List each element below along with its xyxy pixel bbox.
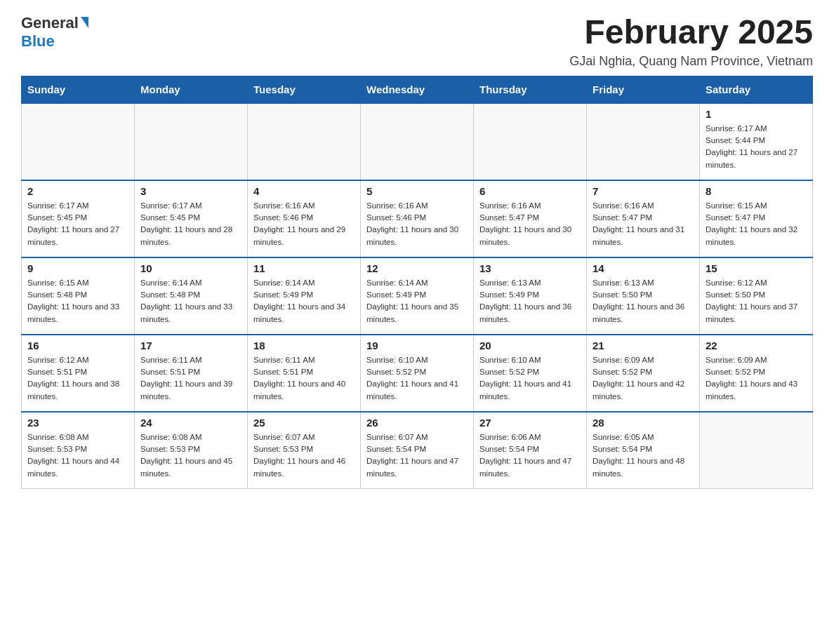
day-number: 7 <box>593 185 694 197</box>
calendar-cell: 24Sunrise: 6:08 AMSunset: 5:53 PMDayligh… <box>135 412 248 489</box>
calendar-cell: 9Sunrise: 6:15 AMSunset: 5:48 PMDaylight… <box>22 257 135 335</box>
calendar-cell <box>361 103 474 180</box>
day-number: 14 <box>593 262 694 274</box>
day-number: 8 <box>706 185 807 197</box>
calendar-cell <box>22 103 135 180</box>
day-info: Sunrise: 6:07 AMSunset: 5:53 PMDaylight:… <box>253 431 355 480</box>
logo-triangle-icon <box>81 17 88 28</box>
calendar-cell <box>587 103 700 180</box>
day-number: 10 <box>140 262 241 274</box>
day-number: 26 <box>366 417 468 429</box>
day-info: Sunrise: 6:11 AMSunset: 5:51 PMDaylight:… <box>253 354 355 403</box>
day-info: Sunrise: 6:17 AMSunset: 5:45 PMDaylight:… <box>27 200 128 248</box>
day-number: 11 <box>253 262 355 274</box>
calendar-cell: 12Sunrise: 6:14 AMSunset: 5:49 PMDayligh… <box>361 257 474 335</box>
day-info: Sunrise: 6:17 AMSunset: 5:45 PMDaylight:… <box>140 200 241 248</box>
calendar-cell <box>700 412 813 489</box>
weekday-header-friday: Friday <box>587 76 700 103</box>
day-info: Sunrise: 6:14 AMSunset: 5:48 PMDaylight:… <box>140 277 241 326</box>
calendar-cell <box>135 103 248 180</box>
weekday-header-tuesday: Tuesday <box>248 76 361 103</box>
day-number: 28 <box>593 417 694 429</box>
day-number: 22 <box>706 340 807 351</box>
day-info: Sunrise: 6:13 AMSunset: 5:49 PMDaylight:… <box>479 277 581 326</box>
day-number: 21 <box>593 340 694 351</box>
location-text: GJai Nghia, Quang Nam Province, Vietnam <box>569 54 813 69</box>
weekday-header-wednesday: Wednesday <box>361 76 474 103</box>
logo: General Blue <box>21 14 88 51</box>
calendar-cell: 16Sunrise: 6:12 AMSunset: 5:51 PMDayligh… <box>22 335 135 412</box>
logo-general-text: General <box>21 14 79 32</box>
day-number: 5 <box>366 185 468 197</box>
day-info: Sunrise: 6:16 AMSunset: 5:46 PMDaylight:… <box>253 200 355 248</box>
day-number: 16 <box>27 340 128 351</box>
day-info: Sunrise: 6:13 AMSunset: 5:50 PMDaylight:… <box>593 277 694 326</box>
calendar-cell: 20Sunrise: 6:10 AMSunset: 5:52 PMDayligh… <box>474 335 587 412</box>
calendar-cell: 1Sunrise: 6:17 AMSunset: 5:44 PMDaylight… <box>700 103 813 180</box>
day-info: Sunrise: 6:16 AMSunset: 5:47 PMDaylight:… <box>593 200 694 248</box>
week-row-3: 9Sunrise: 6:15 AMSunset: 5:48 PMDaylight… <box>22 257 813 335</box>
day-number: 13 <box>479 262 581 274</box>
day-number: 20 <box>479 340 581 351</box>
calendar-cell: 6Sunrise: 6:16 AMSunset: 5:47 PMDaylight… <box>474 180 587 257</box>
calendar-cell: 19Sunrise: 6:10 AMSunset: 5:52 PMDayligh… <box>361 335 474 412</box>
logo-blue-text: Blue <box>21 32 55 51</box>
calendar-cell: 17Sunrise: 6:11 AMSunset: 5:51 PMDayligh… <box>135 335 248 412</box>
day-info: Sunrise: 6:08 AMSunset: 5:53 PMDaylight:… <box>140 431 241 480</box>
week-row-2: 2Sunrise: 6:17 AMSunset: 5:45 PMDaylight… <box>22 180 813 257</box>
day-number: 23 <box>27 417 128 429</box>
calendar-cell: 26Sunrise: 6:07 AMSunset: 5:54 PMDayligh… <box>361 412 474 489</box>
title-block: February 2025 GJai Nghia, Quang Nam Prov… <box>569 14 813 69</box>
calendar-cell: 11Sunrise: 6:14 AMSunset: 5:49 PMDayligh… <box>248 257 361 335</box>
day-info: Sunrise: 6:17 AMSunset: 5:44 PMDaylight:… <box>706 123 807 171</box>
calendar-table: SundayMondayTuesdayWednesdayThursdayFrid… <box>21 76 813 490</box>
week-row-1: 1Sunrise: 6:17 AMSunset: 5:44 PMDaylight… <box>22 103 813 180</box>
day-info: Sunrise: 6:16 AMSunset: 5:46 PMDaylight:… <box>366 200 468 248</box>
calendar-cell: 7Sunrise: 6:16 AMSunset: 5:47 PMDaylight… <box>587 180 700 257</box>
calendar-cell: 8Sunrise: 6:15 AMSunset: 5:47 PMDaylight… <box>700 180 813 257</box>
page-header: General Blue February 2025 GJai Nghia, Q… <box>21 14 813 69</box>
calendar-cell: 3Sunrise: 6:17 AMSunset: 5:45 PMDaylight… <box>135 180 248 257</box>
day-number: 15 <box>706 262 807 274</box>
weekday-header-saturday: Saturday <box>700 76 813 103</box>
weekday-header-thursday: Thursday <box>474 76 587 103</box>
calendar-cell: 18Sunrise: 6:11 AMSunset: 5:51 PMDayligh… <box>248 335 361 412</box>
calendar-cell: 22Sunrise: 6:09 AMSunset: 5:52 PMDayligh… <box>700 335 813 412</box>
day-number: 12 <box>366 262 468 274</box>
day-info: Sunrise: 6:12 AMSunset: 5:51 PMDaylight:… <box>27 354 128 403</box>
week-row-4: 16Sunrise: 6:12 AMSunset: 5:51 PMDayligh… <box>22 335 813 412</box>
day-number: 18 <box>253 340 355 351</box>
day-number: 4 <box>253 185 355 197</box>
day-info: Sunrise: 6:11 AMSunset: 5:51 PMDaylight:… <box>140 354 241 403</box>
weekday-header-monday: Monday <box>135 76 248 103</box>
calendar-cell: 2Sunrise: 6:17 AMSunset: 5:45 PMDaylight… <box>22 180 135 257</box>
week-row-5: 23Sunrise: 6:08 AMSunset: 5:53 PMDayligh… <box>22 412 813 489</box>
day-number: 2 <box>27 185 128 197</box>
day-number: 27 <box>479 417 581 429</box>
day-info: Sunrise: 6:06 AMSunset: 5:54 PMDaylight:… <box>479 431 581 480</box>
calendar-cell: 25Sunrise: 6:07 AMSunset: 5:53 PMDayligh… <box>248 412 361 489</box>
day-info: Sunrise: 6:12 AMSunset: 5:50 PMDaylight:… <box>706 277 807 326</box>
day-info: Sunrise: 6:10 AMSunset: 5:52 PMDaylight:… <box>479 354 581 403</box>
day-number: 1 <box>706 108 807 120</box>
calendar-cell: 13Sunrise: 6:13 AMSunset: 5:49 PMDayligh… <box>474 257 587 335</box>
day-info: Sunrise: 6:16 AMSunset: 5:47 PMDaylight:… <box>479 200 581 248</box>
day-number: 3 <box>140 185 241 197</box>
calendar-header-row: SundayMondayTuesdayWednesdayThursdayFrid… <box>22 76 813 103</box>
day-info: Sunrise: 6:05 AMSunset: 5:54 PMDaylight:… <box>593 431 694 480</box>
day-info: Sunrise: 6:15 AMSunset: 5:48 PMDaylight:… <box>27 277 128 326</box>
day-number: 17 <box>140 340 241 351</box>
calendar-cell <box>474 103 587 180</box>
day-info: Sunrise: 6:07 AMSunset: 5:54 PMDaylight:… <box>366 431 468 480</box>
calendar-cell: 15Sunrise: 6:12 AMSunset: 5:50 PMDayligh… <box>700 257 813 335</box>
calendar-cell: 27Sunrise: 6:06 AMSunset: 5:54 PMDayligh… <box>474 412 587 489</box>
calendar-cell: 10Sunrise: 6:14 AMSunset: 5:48 PMDayligh… <box>135 257 248 335</box>
day-info: Sunrise: 6:09 AMSunset: 5:52 PMDaylight:… <box>706 354 807 403</box>
day-info: Sunrise: 6:08 AMSunset: 5:53 PMDaylight:… <box>27 431 128 480</box>
day-info: Sunrise: 6:09 AMSunset: 5:52 PMDaylight:… <box>593 354 694 403</box>
day-info: Sunrise: 6:10 AMSunset: 5:52 PMDaylight:… <box>366 354 468 403</box>
calendar-cell: 23Sunrise: 6:08 AMSunset: 5:53 PMDayligh… <box>22 412 135 489</box>
day-number: 6 <box>479 185 581 197</box>
day-number: 24 <box>140 417 241 429</box>
day-info: Sunrise: 6:15 AMSunset: 5:47 PMDaylight:… <box>706 200 807 248</box>
